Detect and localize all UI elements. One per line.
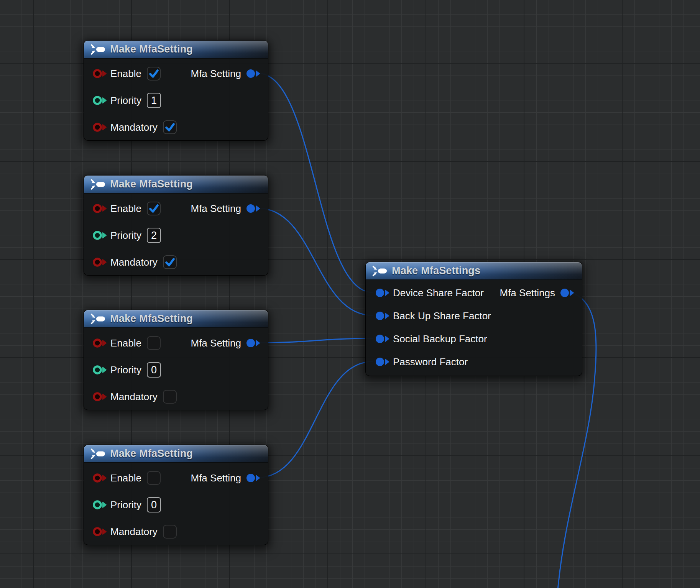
pin-label: Priority <box>110 230 141 241</box>
pin-struct-output[interactable] <box>246 338 260 348</box>
make-struct-icon <box>371 265 388 277</box>
pin-struct-input[interactable] <box>375 311 389 321</box>
make-struct-icon <box>90 179 106 190</box>
make-struct-icon <box>90 448 106 460</box>
pin-struct-input[interactable] <box>375 357 389 367</box>
output-row-mfa-setting: Mfa Setting <box>84 65 268 82</box>
input-row-priority: Priority0 <box>84 496 268 513</box>
mandatory-checkbox[interactable] <box>163 255 177 269</box>
node-make-mfasetting[interactable]: Make MfaSettingEnablePriority2MandatoryM… <box>84 175 268 276</box>
output-row-mfa-setting: Mfa Setting <box>84 335 268 351</box>
input-row-mandatory: Mandatory <box>84 254 268 271</box>
node-header[interactable]: Make MfaSettings <box>366 262 582 280</box>
pin-label: Mfa Setting <box>191 337 241 349</box>
output-row-mfa-setting: Mfa Setting <box>84 200 268 217</box>
node-make-mfasettings[interactable]: Make MfaSettingsDevice Share FactorBack … <box>365 262 582 376</box>
node-title: Make MfaSetting <box>110 448 193 460</box>
pin-label: Priority <box>110 364 141 376</box>
pin-integer-input[interactable] <box>92 95 107 105</box>
blueprint-canvas[interactable]: Make MfaSettingEnablePriority1MandatoryM… <box>0 0 700 588</box>
pin-struct-output[interactable] <box>246 473 260 483</box>
input-row-password-factor: Password Factor <box>366 353 582 370</box>
node-title: Make MfaSettings <box>392 265 480 277</box>
pin-boolean-input[interactable] <box>92 527 107 537</box>
pin-integer-input[interactable] <box>92 500 107 510</box>
mandatory-checkbox[interactable] <box>163 390 177 404</box>
make-struct-icon <box>90 44 106 55</box>
input-row-mandatory: Mandatory <box>84 388 268 405</box>
check-icon <box>164 122 175 133</box>
priority-input[interactable]: 0 <box>147 497 161 512</box>
wire[interactable] <box>258 338 373 343</box>
pin-boolean-input[interactable] <box>92 122 107 132</box>
pin-label: Social Backup Factor <box>393 333 487 345</box>
node-title: Make MfaSetting <box>110 43 193 55</box>
input-row-mandatory: Mandatory <box>84 119 268 136</box>
node-title: Make MfaSetting <box>110 313 193 325</box>
pin-label: Mfa Settings <box>500 287 555 299</box>
output-row-mfa-settings: Mfa Settings <box>366 284 582 301</box>
pin-integer-input[interactable] <box>92 365 107 375</box>
pin-label: Mandatory <box>110 256 158 268</box>
pin-label: Priority <box>110 499 141 511</box>
pin-label: Mandatory <box>110 391 158 403</box>
node-header[interactable]: Make MfaSetting <box>84 445 268 463</box>
wire[interactable] <box>258 208 373 315</box>
pin-label: Mfa Setting <box>191 203 241 215</box>
wire[interactable] <box>258 73 373 292</box>
pin-integer-input[interactable] <box>92 230 107 240</box>
pin-struct-output[interactable] <box>246 69 260 79</box>
mandatory-checkbox[interactable] <box>163 525 177 539</box>
input-row-priority: Priority2 <box>84 227 268 244</box>
priority-input[interactable]: 0 <box>147 362 161 378</box>
mandatory-checkbox[interactable] <box>163 120 177 134</box>
pin-label: Mandatory <box>110 526 158 538</box>
pin-label: Priority <box>110 95 141 107</box>
pin-label: Password Factor <box>393 356 468 368</box>
input-row-mandatory: Mandatory <box>84 523 268 540</box>
pin-struct-output[interactable] <box>246 204 260 214</box>
node-header[interactable]: Make MfaSetting <box>84 310 268 328</box>
input-row-social-backup-factor: Social Backup Factor <box>366 330 582 347</box>
node-title: Make MfaSetting <box>110 178 193 190</box>
pin-label: Mfa Setting <box>191 472 241 484</box>
output-row-mfa-setting: Mfa Setting <box>84 470 268 486</box>
priority-input[interactable]: 1 <box>147 93 161 108</box>
wire[interactable] <box>258 361 373 478</box>
pin-boolean-input[interactable] <box>92 257 107 267</box>
check-icon <box>164 257 175 268</box>
pin-boolean-input[interactable] <box>92 392 107 402</box>
priority-input[interactable]: 2 <box>147 228 161 243</box>
pin-label: Mandatory <box>110 122 158 133</box>
pin-struct-input[interactable] <box>375 334 389 344</box>
input-row-priority: Priority0 <box>84 361 268 378</box>
input-row-back-up-share-factor: Back Up Share Factor <box>366 307 582 324</box>
node-make-mfasetting[interactable]: Make MfaSettingEnablePriority0MandatoryM… <box>84 445 268 545</box>
node-make-mfasetting[interactable]: Make MfaSettingEnablePriority0MandatoryM… <box>84 310 268 410</box>
node-make-mfasetting[interactable]: Make MfaSettingEnablePriority1MandatoryM… <box>84 40 268 141</box>
pin-struct-output[interactable] <box>560 288 574 298</box>
input-row-priority: Priority1 <box>84 92 268 109</box>
node-header[interactable]: Make MfaSetting <box>84 41 268 59</box>
pin-label: Mfa Setting <box>191 68 241 80</box>
make-struct-icon <box>90 313 106 325</box>
node-header[interactable]: Make MfaSetting <box>84 176 268 194</box>
pin-label: Back Up Share Factor <box>393 310 491 322</box>
